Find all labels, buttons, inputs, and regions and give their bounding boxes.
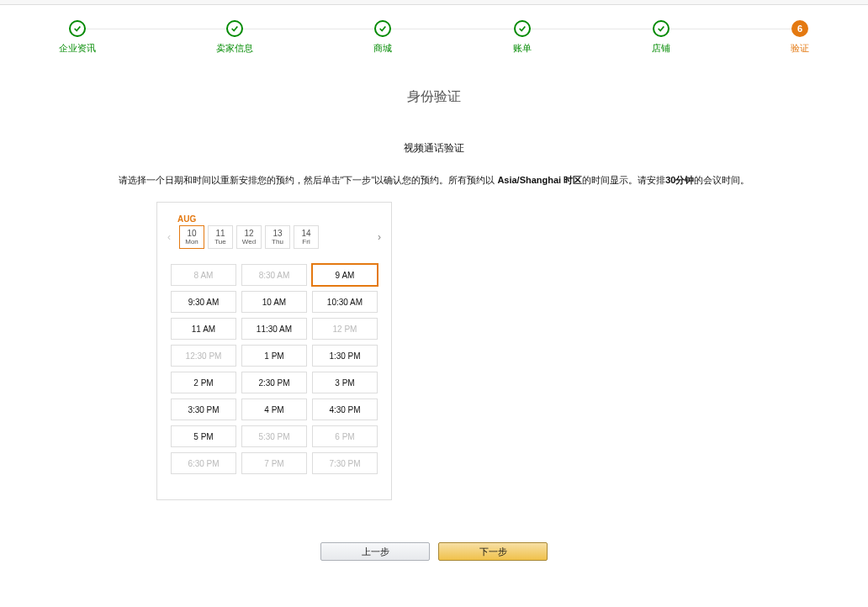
time-slot: 12 PM — [312, 318, 378, 340]
time-slot: 12:30 PM — [171, 345, 236, 367]
step-label: 商城 — [373, 42, 392, 55]
time-slot[interactable]: 10 AM — [241, 291, 307, 313]
instruction-suffix: 的会议时间。 — [694, 175, 749, 185]
time-slot[interactable]: 4 PM — [241, 399, 307, 420]
instruction-text: 请选择一个日期和时间以重新安排您的预约，然后单击"下一步"以确认您的预约。所有预… — [106, 174, 762, 187]
instruction-tz: Asia/Shanghai 时区 — [497, 175, 582, 185]
time-slot: 6:30 PM — [171, 452, 236, 474]
date-num: 12 — [244, 230, 253, 238]
date-prev-arrow: ‹ — [162, 227, 176, 247]
time-slot: 7:30 PM — [312, 452, 378, 474]
date-num: 10 — [187, 230, 196, 238]
button-row: 上一步 下一步 — [0, 542, 868, 594]
date-day: Fri — [302, 239, 310, 245]
step-label: 店铺 — [652, 42, 670, 55]
time-slot[interactable]: 11 AM — [171, 318, 236, 340]
progress-line — [76, 29, 792, 29]
date-num: 13 — [273, 230, 282, 238]
time-slot: 5:30 PM — [241, 425, 307, 447]
date-cell-12[interactable]: 12Wed — [236, 225, 262, 249]
step-label: 验证 — [791, 42, 809, 55]
time-slot[interactable]: 3 PM — [312, 372, 378, 393]
date-day: Thu — [272, 239, 283, 245]
time-slot[interactable]: 4:30 PM — [312, 399, 378, 420]
progress-step-5: 6验证 — [791, 20, 809, 55]
date-row: ‹ 10Mon11Tue12Wed13Thu14Fri › — [159, 225, 389, 249]
next-button[interactable]: 下一步 — [438, 542, 548, 561]
date-num: 11 — [215, 230, 225, 238]
time-slot[interactable]: 5 PM — [171, 425, 236, 447]
progress-step-1: 卖家信息 — [216, 20, 253, 55]
time-slot[interactable]: 2 PM — [171, 372, 236, 393]
progress-step-3: 账单 — [513, 20, 532, 55]
time-slot[interactable]: 3:30 PM — [171, 399, 236, 420]
calendar-box: AUG ‹ 10Mon11Tue12Wed13Thu14Fri › 8 AM8:… — [156, 202, 392, 500]
time-slot[interactable]: 10:30 AM — [312, 291, 378, 313]
date-day: Mon — [185, 239, 198, 245]
time-slot[interactable]: 2:30 PM — [241, 372, 307, 393]
month-label: AUG — [177, 214, 389, 224]
instruction-dur: 30分钟 — [665, 175, 694, 185]
time-slot[interactable]: 9 AM — [312, 264, 378, 286]
time-slot[interactable]: 11:30 AM — [241, 318, 307, 340]
instruction-mid: 的时间显示。请安排 — [582, 175, 665, 185]
instruction-prefix: 请选择一个日期和时间以重新安排您的预约，然后单击"下一步"以确认您的预约。所有预… — [119, 175, 498, 185]
time-slot: 7 PM — [241, 452, 307, 474]
date-next-arrow[interactable]: › — [373, 227, 386, 247]
time-slot[interactable]: 1:30 PM — [312, 345, 378, 367]
date-day: Wed — [242, 239, 256, 245]
step-label: 卖家信息 — [216, 42, 253, 55]
time-slot: 8 AM — [171, 264, 236, 286]
time-slot[interactable]: 9:30 AM — [171, 291, 236, 313]
step-number-icon: 6 — [791, 20, 808, 37]
date-cell-13[interactable]: 13Thu — [265, 225, 290, 249]
checkmark-icon — [374, 20, 391, 37]
time-slot: 8:30 AM — [241, 264, 307, 286]
prev-button[interactable]: 上一步 — [320, 542, 430, 561]
time-slot[interactable]: 1 PM — [241, 345, 307, 367]
checkmark-icon — [69, 20, 86, 37]
progress-step-2: 商城 — [373, 20, 392, 55]
step-label: 企业资讯 — [59, 42, 96, 55]
progress-step-0: 企业资讯 — [59, 20, 96, 55]
time-grid: 8 AM8:30 AM9 AM9:30 AM10 AM10:30 AM11 AM… — [159, 264, 389, 474]
checkmark-icon — [226, 20, 243, 37]
progress-stepper: 企业资讯卖家信息商城账单店铺6验证 — [0, 5, 868, 55]
date-cell-11[interactable]: 11Tue — [208, 225, 233, 249]
page-title: 身份验证 — [0, 88, 868, 106]
date-cell-10[interactable]: 10Mon — [179, 225, 204, 249]
section-title: 视频通话验证 — [0, 141, 868, 156]
section-band: 视频通话验证 — [0, 131, 868, 159]
step-label: 账单 — [513, 42, 532, 55]
date-num: 14 — [301, 230, 310, 238]
checkmark-icon — [653, 20, 670, 37]
progress-step-4: 店铺 — [652, 20, 670, 55]
date-cells: 10Mon11Tue12Wed13Thu14Fri — [179, 225, 319, 249]
date-day: Tue — [214, 239, 226, 245]
checkmark-icon — [514, 20, 531, 37]
date-cell-14[interactable]: 14Fri — [294, 225, 319, 249]
time-slot: 6 PM — [312, 425, 378, 447]
